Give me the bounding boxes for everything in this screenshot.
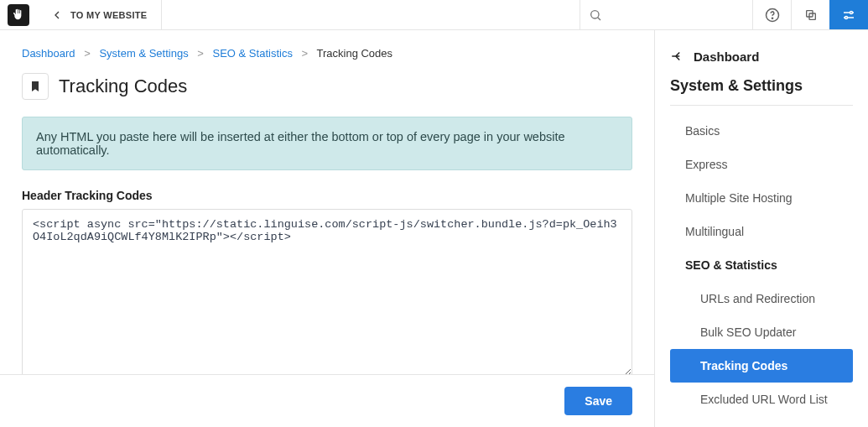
save-button[interactable]: Save xyxy=(564,387,632,415)
breadcrumb-sep: > xyxy=(197,47,204,60)
arrow-left-icon xyxy=(670,49,685,64)
breadcrumb-link[interactable]: System & Settings xyxy=(99,47,188,60)
main-column: Dashboard > System & Settings > SEO & St… xyxy=(0,30,655,427)
arrow-left-icon xyxy=(50,8,64,22)
header-codes-textarea[interactable] xyxy=(22,209,632,374)
hand-icon xyxy=(8,4,29,26)
help-button[interactable] xyxy=(752,0,791,29)
settings-button[interactable] xyxy=(829,0,868,29)
sidebar-item-bulk-seo-updater[interactable]: Bulk SEO Updater xyxy=(670,315,853,349)
page-title: Tracking Codes xyxy=(59,76,187,97)
topbar: TO MY WEBSITE xyxy=(0,0,868,30)
info-alert: Any HTML you paste here will be inserted… xyxy=(22,117,632,170)
app-logo[interactable] xyxy=(0,0,37,29)
help-icon xyxy=(765,8,780,23)
sidebar-item-basics[interactable]: Basics xyxy=(670,114,853,148)
sidebar-back-dashboard[interactable]: Dashboard xyxy=(670,49,853,64)
sliders-icon xyxy=(841,8,856,23)
sidebar-item-seo-statistics[interactable]: SEO & Statistics xyxy=(670,248,853,282)
copy-button[interactable] xyxy=(791,0,829,29)
svg-point-0 xyxy=(591,10,599,18)
divider xyxy=(670,105,853,106)
search-input[interactable] xyxy=(580,0,752,29)
header-codes-label: Header Tracking Codes xyxy=(22,189,632,202)
breadcrumb-current: Tracking Codes xyxy=(317,47,393,60)
breadcrumb: Dashboard > System & Settings > SEO & St… xyxy=(22,47,632,60)
sidebar-item-tracking-codes[interactable]: Tracking Codes xyxy=(670,349,853,383)
sidebar-title: System & Settings xyxy=(670,77,853,95)
sidebar: Dashboard System & Settings Basics Expre… xyxy=(655,30,868,427)
svg-point-2 xyxy=(772,18,772,18)
breadcrumb-sep: > xyxy=(84,47,91,60)
sidebar-item-multilingual[interactable]: Multilingual xyxy=(670,215,853,248)
copy-icon xyxy=(804,8,818,22)
topbar-spacer xyxy=(162,0,580,29)
breadcrumb-sep: > xyxy=(302,47,309,60)
breadcrumb-link[interactable]: Dashboard xyxy=(22,47,75,60)
breadcrumb-link[interactable]: SEO & Statistics xyxy=(213,47,293,60)
to-my-website-button[interactable]: TO MY WEBSITE xyxy=(37,0,162,29)
to-my-website-label: TO MY WEBSITE xyxy=(70,10,148,20)
sidebar-back-label: Dashboard xyxy=(694,49,759,64)
bookmark-icon xyxy=(22,73,49,100)
svg-point-5 xyxy=(850,11,853,13)
sidebar-item-express[interactable]: Express xyxy=(670,148,853,181)
footer: Save xyxy=(0,374,654,427)
sidebar-item-multiple-site-hosting[interactable]: Multiple Site Hosting xyxy=(670,181,853,215)
sidebar-item-excluded-url-word-list[interactable]: Excluded URL Word List xyxy=(670,383,853,416)
sidebar-item-urls-redirection[interactable]: URLs and Redirection xyxy=(670,282,853,315)
search-icon xyxy=(589,8,602,22)
svg-point-6 xyxy=(845,16,848,18)
